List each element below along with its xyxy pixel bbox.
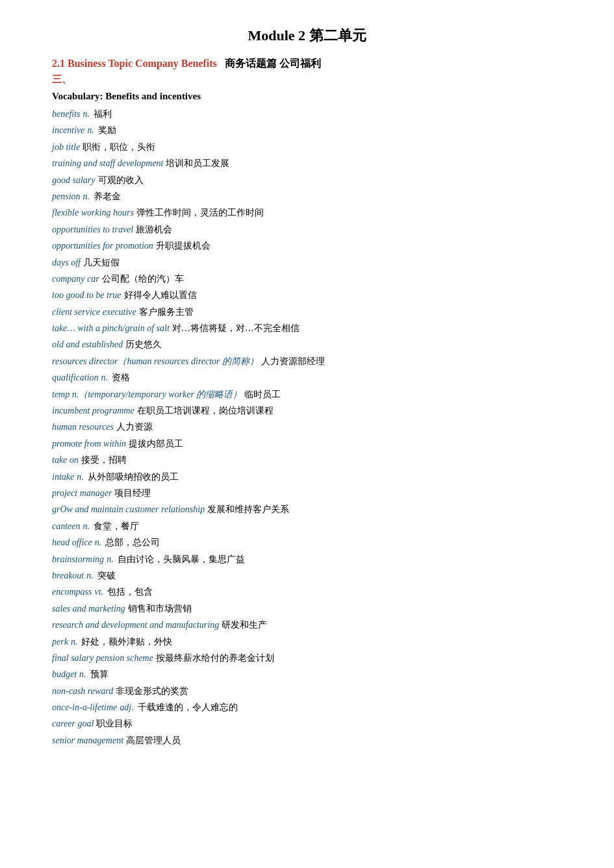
entry-english: promote from within [52, 437, 126, 451]
list-item: grOw and maintain customer relationship发… [52, 502, 562, 517]
list-item: training and staff development培训和员工发展 [52, 156, 562, 171]
list-item: non-cash reward非现金形式的奖赏 [52, 684, 562, 699]
entry-chinese: 可观的收入 [98, 173, 144, 188]
entry-english: resources director（human resources direc… [52, 354, 259, 369]
list-item: breakoutn.突破 [52, 569, 562, 583]
list-item: incentiven.奖励 [52, 123, 562, 138]
entry-english: benefits [52, 107, 81, 121]
entry-chinese: 养老金 [94, 190, 121, 204]
entry-english: brainstorming [52, 552, 104, 567]
entry-english: non-cash reward [52, 684, 113, 699]
entry-english: training and staff development [52, 156, 163, 171]
vocab-list: benefitsn.福利incentiven.奖励job title职衔，职位，… [52, 107, 562, 748]
list-item: resources director（human resources direc… [52, 354, 562, 369]
entry-english: budget [52, 667, 77, 682]
entry-chinese: 好得令人难以置信 [124, 288, 197, 303]
list-item: project manager项目经理 [52, 486, 562, 501]
list-item: incumbent programme在职员工培训课程，岗位培训课程 [52, 404, 562, 418]
list-item: take… with a pinch/grain of salt对…将信将疑，对… [52, 321, 562, 336]
entry-chinese: 按最终薪水给付的养老金计划 [156, 651, 274, 665]
entry-chinese: 旅游机会 [136, 223, 172, 237]
entry-chinese: 职业目标 [96, 717, 133, 731]
entry-pos: n. [71, 635, 78, 649]
entry-english: days off [52, 256, 81, 270]
list-item: human resources人力资源 [52, 420, 562, 434]
entry-pos: n. [83, 107, 90, 121]
entry-english: pension [52, 190, 81, 204]
entry-english: final salary pension scheme [52, 651, 153, 665]
entry-chinese: 人力资源部经理 [261, 354, 325, 369]
entry-english: breakout [52, 569, 84, 583]
list-item: company car公司配（给的汽）车 [52, 272, 562, 286]
entry-chinese: 高层管理人员 [126, 734, 181, 748]
entry-english: incentive [52, 123, 85, 138]
section-label: 2.1 Business Topic Company Benefits [52, 58, 217, 69]
entry-pos: n. [95, 536, 102, 550]
entry-pos: adj. [120, 701, 133, 715]
entry-pos: n. [86, 569, 94, 583]
list-item: encompassvt.包括，包含 [52, 585, 562, 599]
entry-chinese: 从外部吸纳招收的员工 [88, 470, 179, 484]
list-item: career goal职业目标 [52, 717, 562, 731]
entry-english: too good to be true [52, 288, 122, 303]
entry-chinese: 食堂，餐厅 [94, 519, 139, 534]
entry-english: senior management [52, 734, 123, 748]
entry-english: incumbent programme [52, 404, 134, 418]
entry-english: perk [52, 635, 68, 649]
entry-chinese: 福利 [94, 107, 112, 121]
entry-chinese: 在职员工培训课程，岗位培训课程 [137, 404, 274, 418]
list-item: take on接受，招聘 [52, 453, 562, 467]
list-item: opportunities to travel旅游机会 [52, 223, 562, 237]
entry-english: opportunities to travel [52, 223, 133, 237]
list-item: brainstormingn.自由讨论，头脑风暴，集思广益 [52, 552, 562, 567]
list-item: research and development and manufacturi… [52, 618, 562, 632]
list-item: good salary可观的收入 [52, 173, 562, 188]
entry-chinese: 非现金形式的奖赏 [116, 684, 188, 699]
list-item: opportunities for promotion升职提拔机会 [52, 239, 562, 253]
list-item: canteenn.食堂，餐厅 [52, 519, 562, 534]
entry-pos: n. [79, 667, 86, 682]
entry-chinese: 客户服务主管 [139, 305, 194, 319]
entry-chinese: 对…将信将疑，对…不完全相信 [172, 321, 300, 336]
entry-chinese: 临时员工 [244, 388, 281, 402]
list-item: flexible working hours弹性工作时间，灵活的工作时间 [52, 206, 562, 220]
entry-chinese: 研发和生产 [222, 618, 267, 632]
list-item: too good to be true好得令人难以置信 [52, 288, 562, 303]
list-item: once-in-a-lifetimeadj.千载难逢的，令人难忘的 [52, 701, 562, 715]
entry-chinese: 升职提拔机会 [156, 239, 211, 253]
list-item: temp n.（temporary/temporary worker 的缩略语）… [52, 388, 562, 402]
entry-pos: vt. [94, 585, 103, 599]
entry-chinese: 突破 [97, 569, 116, 583]
entry-chinese: 销售和市场营销 [128, 602, 192, 616]
entry-chinese: 好处，额外津贴，外快 [81, 635, 172, 649]
list-item: perkn.好处，额外津贴，外快 [52, 635, 562, 649]
entry-english: encompass [52, 585, 92, 599]
module-title: Module 2 第二单元 [52, 26, 562, 45]
subtitle: 三、 [52, 73, 562, 86]
entry-english: opportunities for promotion [52, 239, 153, 253]
list-item: promote from within提拔内部员工 [52, 437, 562, 451]
entry-chinese: 接受，招聘 [81, 453, 127, 467]
list-item: old and established历史悠久 [52, 338, 562, 352]
entry-english: career goal [52, 717, 94, 731]
list-item: benefitsn.福利 [52, 107, 562, 121]
entry-english: sales and marketing [52, 602, 125, 616]
list-item: senior management高层管理人员 [52, 734, 562, 748]
entry-chinese: 人力资源 [116, 420, 153, 434]
entry-english: human resources [52, 420, 114, 434]
vocab-heading: Vocabulary: Benefits and incentives [52, 91, 562, 102]
entry-pos: n. [77, 470, 84, 484]
entry-pos: n. [101, 371, 109, 385]
entry-english: once-in-a-lifetime [52, 701, 117, 715]
entry-pos: n. [88, 123, 95, 138]
entry-chinese: 总部，总公司 [105, 536, 160, 550]
list-item: days off几天短假 [52, 256, 562, 270]
entry-english: research and development and manufacturi… [52, 618, 219, 632]
entry-chinese: 资格 [112, 371, 130, 385]
entry-english: old and established [52, 338, 123, 352]
entry-chinese: 弹性工作时间，灵活的工作时间 [136, 206, 264, 220]
entry-english: job title [52, 140, 80, 155]
entry-chinese: 包括，包含 [107, 585, 153, 599]
entry-english: project manager [52, 486, 112, 501]
section-title: 2.1 Business Topic Company Benefits 商务话题… [52, 57, 562, 71]
